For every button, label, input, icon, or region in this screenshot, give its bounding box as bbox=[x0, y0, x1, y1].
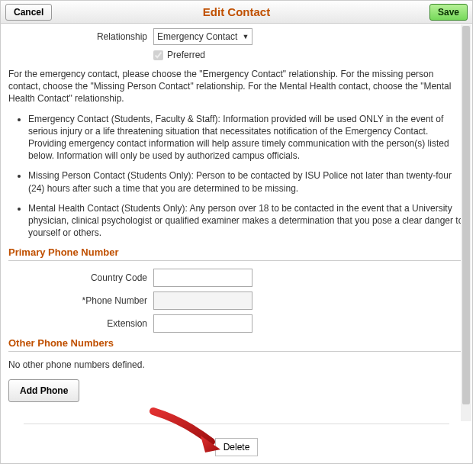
bullet-list: Emergency Contact (Students, Faculty & S… bbox=[8, 113, 465, 240]
scrollbar-thumb[interactable] bbox=[462, 26, 470, 404]
relationship-select[interactable]: Emergency Contact ▼ bbox=[153, 28, 252, 45]
list-item: Missing Person Contact (Students Only): … bbox=[28, 169, 465, 194]
extension-label: Extension bbox=[8, 318, 153, 329]
dialog-content: Relationship Emergency Contact ▼ Preferr… bbox=[1, 24, 472, 463]
other-phones-header: Other Phone Numbers bbox=[8, 337, 465, 352]
no-other-phones-text: No other phone numbers defined. bbox=[8, 359, 465, 370]
dialog-title: Edit Contact bbox=[203, 5, 270, 18]
instructions-text: For the emergency contact, please choose… bbox=[8, 68, 465, 105]
preferred-checkbox[interactable] bbox=[153, 50, 163, 60]
phone-number-label: *Phone Number bbox=[8, 295, 153, 306]
delete-button[interactable]: Delete bbox=[215, 438, 259, 456]
add-phone-button[interactable]: Add Phone bbox=[8, 379, 79, 402]
delete-section: Delete bbox=[24, 424, 449, 456]
cancel-button[interactable]: Cancel bbox=[5, 4, 52, 21]
preferred-row: Preferred bbox=[153, 50, 465, 60]
list-item: Emergency Contact (Students, Faculty & S… bbox=[28, 113, 465, 163]
phone-number-row: *Phone Number bbox=[8, 291, 465, 310]
relationship-value: Emergency Contact bbox=[157, 31, 237, 42]
dialog-header: Cancel Edit Contact Save bbox=[1, 1, 472, 24]
primary-phone-header: Primary Phone Number bbox=[8, 246, 465, 261]
chevron-down-icon: ▼ bbox=[242, 33, 249, 40]
country-code-input[interactable] bbox=[153, 269, 252, 287]
extension-input[interactable] bbox=[153, 314, 252, 333]
relationship-row: Relationship Emergency Contact ▼ bbox=[8, 28, 465, 45]
save-button[interactable]: Save bbox=[429, 4, 468, 21]
relationship-label: Relationship bbox=[8, 31, 153, 42]
scrollbar[interactable] bbox=[461, 24, 471, 421]
country-code-row: Country Code bbox=[8, 269, 465, 287]
phone-number-input[interactable] bbox=[153, 291, 252, 310]
list-item: Mental Health Contact (Students Only): A… bbox=[28, 202, 465, 240]
preferred-label: Preferred bbox=[167, 50, 205, 60]
extension-row: Extension bbox=[8, 314, 465, 333]
country-code-label: Country Code bbox=[8, 272, 153, 283]
dialog-container: Cancel Edit Contact Save Relationship Em… bbox=[0, 0, 473, 464]
